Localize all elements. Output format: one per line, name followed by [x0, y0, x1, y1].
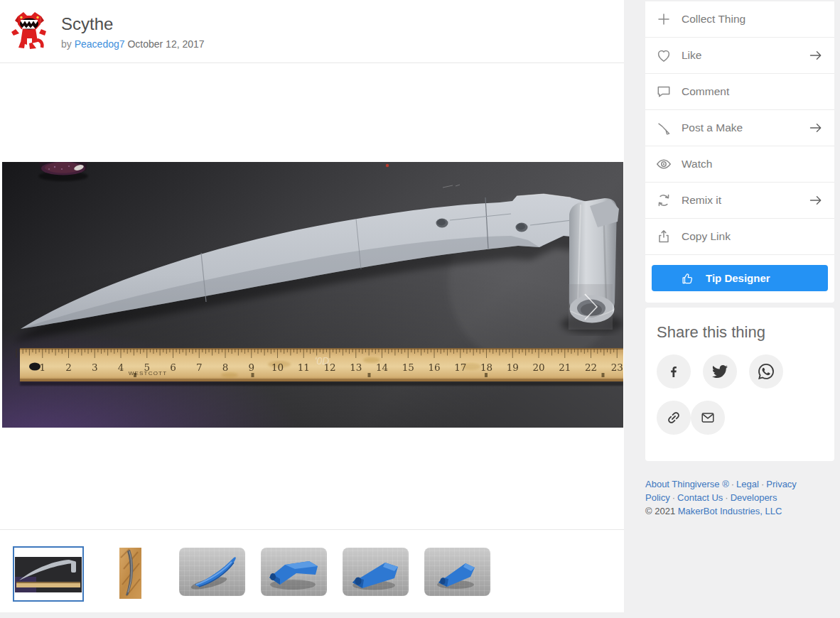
footer-copyright-line: © 2021 MakerBot Industries, LLC: [645, 505, 834, 519]
site-footer: About Thingiverse ®·Legal·Privacy Policy…: [645, 478, 834, 519]
title-block: Scythe by Peacedog7 October 12, 2017: [61, 14, 205, 50]
collect-thing-button[interactable]: Collect Thing: [645, 1, 834, 38]
remix-icon: [655, 192, 672, 209]
actions-card: Collect Thing Like Comment: [645, 1, 834, 303]
tip-designer-label: Tip Designer: [706, 272, 770, 284]
action-label: Watch: [682, 158, 824, 170]
thumbnail-photo-ruler-image: [15, 548, 82, 600]
email-icon: [700, 410, 716, 425]
svg-text:19: 19: [507, 362, 519, 373]
ruler-brand: WESTCOTT: [129, 370, 167, 376]
action-label: Remix it: [682, 194, 807, 207]
svg-text:8: 8: [222, 362, 229, 373]
svg-text:21: 21: [559, 362, 571, 373]
share-facebook-button[interactable]: [657, 354, 691, 389]
svg-text:22: 22: [585, 362, 597, 373]
watch-button[interactable]: Watch: [645, 146, 834, 183]
action-label: Collect Thing: [682, 13, 824, 26]
footer-link-developers[interactable]: Developers: [731, 492, 777, 503]
footer-link-about[interactable]: About Thingiverse ®: [645, 479, 729, 489]
like-button[interactable]: Like: [645, 38, 834, 74]
copy-link-button[interactable]: Copy Link: [645, 219, 834, 255]
action-label: Post a Make: [682, 121, 807, 134]
share-email-button[interactable]: [691, 401, 725, 435]
footer-link-company[interactable]: MakerBot Industries, LLC: [678, 506, 782, 516]
scythe-photo-scene: 1234567891011121314151617181920212223 WE…: [2, 162, 623, 428]
share-whatsapp-button[interactable]: [749, 354, 783, 389]
svg-text:9: 9: [248, 362, 254, 373]
thing-title: Scythe: [61, 14, 205, 35]
svg-text:15: 15: [402, 362, 414, 373]
svg-text:6: 6: [170, 362, 176, 373]
svg-text:14: 14: [376, 362, 388, 373]
thumbs-up-icon: [680, 271, 696, 286]
share-box-icon: [655, 228, 672, 245]
svg-text:20: 20: [532, 362, 544, 373]
svg-text:3: 3: [92, 362, 98, 373]
thumbnail-render-blade-tip[interactable]: [179, 548, 245, 596]
action-label: Copy Link: [682, 230, 824, 243]
pencil-icon: [655, 119, 672, 136]
svg-text:13: 13: [350, 362, 362, 373]
tip-designer-button[interactable]: Tip Designer: [652, 265, 828, 291]
publish-date: October 12, 2017: [127, 38, 204, 50]
jar-lid: [38, 162, 88, 181]
svg-text:16: 16: [428, 362, 440, 373]
post-a-make-button[interactable]: Post a Make: [645, 110, 834, 146]
thumbnail-photo-ruler[interactable]: [13, 546, 84, 602]
thing-page: Scythe by Peacedog7 October 12, 2017: [0, 0, 840, 618]
svg-text:11: 11: [298, 362, 310, 373]
thumbnail-blade-on-wood[interactable]: [119, 548, 141, 599]
footer-link-contact[interactable]: Contact Us: [677, 492, 723, 503]
main-photo[interactable]: 1234567891011121314151617181920212223 WE…: [2, 162, 623, 428]
action-label: Like: [682, 49, 807, 62]
eye-icon: [655, 156, 672, 173]
author-link[interactable]: Peacedog7: [75, 38, 125, 50]
footer-link-legal[interactable]: Legal: [736, 479, 759, 489]
ruler: 1234567891011121314151617181920212223 WE…: [16, 348, 623, 386]
share-heading: Share this thing: [657, 323, 823, 342]
svg-text:18: 18: [480, 362, 492, 373]
thumbnail-render-elbow-image: [261, 548, 327, 596]
thumbnail-render-wedge-large[interactable]: [343, 548, 409, 596]
byline-prefix: by: [61, 38, 72, 50]
svg-text:17: 17: [454, 362, 466, 373]
svg-text:2: 2: [65, 362, 72, 373]
red-monster-avatar-icon: [9, 10, 48, 51]
thumbnail-blade-on-wood-image: [119, 548, 141, 599]
plus-icon: [655, 11, 672, 28]
arrow-right-icon: [807, 119, 824, 136]
whatsapp-icon: [758, 364, 774, 379]
thumbnail-render-wedge-small-image: [424, 548, 490, 596]
avatar[interactable]: [9, 10, 48, 51]
sidebar: Collect Thing Like Comment: [645, 0, 834, 519]
thing-header: Scythe by Peacedog7 October 12, 2017: [0, 0, 624, 63]
share-copy-link-button[interactable]: [657, 401, 691, 435]
heart-icon: [655, 47, 672, 64]
thumbnail-render-blade-tip-image: [179, 548, 245, 596]
next-image-button[interactable]: [569, 284, 613, 330]
thumbnail-render-wedge-small[interactable]: [424, 548, 490, 596]
share-buttons: [657, 354, 822, 447]
arrow-right-icon: [807, 192, 824, 209]
copyright-text: © 2021: [645, 506, 675, 516]
footer-links-line: About Thingiverse ®·Legal·Privacy Policy…: [645, 478, 834, 505]
comment-button[interactable]: Comment: [645, 74, 834, 110]
tip-designer-section: Tip Designer: [645, 255, 834, 303]
arrow-right-icon: [807, 47, 824, 64]
thumbnail-render-elbow[interactable]: [261, 548, 327, 596]
twitter-icon: [712, 364, 728, 379]
remix-it-button[interactable]: Remix it: [645, 183, 834, 219]
thumbnail-render-wedge-large-image: [343, 548, 409, 596]
share-twitter-button[interactable]: [703, 354, 737, 389]
chevron-right-icon: [578, 290, 603, 324]
red-speck: [386, 164, 389, 167]
svg-text:1: 1: [39, 362, 45, 373]
svg-text:7: 7: [196, 362, 203, 373]
action-label: Comment: [682, 85, 824, 98]
byline: by Peacedog7 October 12, 2017: [61, 38, 205, 50]
facebook-icon: [667, 364, 681, 379]
comment-icon: [655, 83, 672, 100]
main-content: Scythe by Peacedog7 October 12, 2017: [0, 0, 624, 612]
link-icon: [666, 410, 682, 425]
